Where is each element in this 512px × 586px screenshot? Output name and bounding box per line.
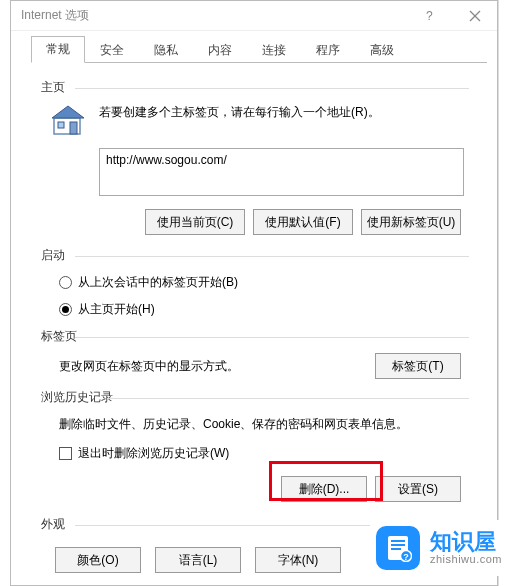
radio-last-session[interactable]: 从上次会话中的标签页开始(B) (59, 274, 469, 291)
internet-options-window: Internet 选项 ? 常规 安全 隐私 内容 连接 程序 高级 主页 (10, 0, 498, 586)
svg-text:?: ? (403, 552, 409, 562)
homepage-instruction: 若要创建多个主标签页，请在每行输入一个地址(R)。 (99, 102, 380, 140)
window-title: Internet 选项 (21, 7, 407, 24)
tab-programs[interactable]: 程序 (301, 37, 355, 63)
radio-icon (59, 303, 72, 316)
tabs-description: 更改网页在标签页中的显示方式。 (59, 358, 239, 375)
history-settings-button[interactable]: 设置(S) (375, 476, 461, 502)
watermark-name: 知识屋 (430, 531, 502, 553)
tab-connections[interactable]: 连接 (247, 37, 301, 63)
watermark-domain: zhishiwu.com (430, 553, 502, 565)
svg-rect-8 (391, 540, 405, 542)
tab-security[interactable]: 安全 (85, 37, 139, 63)
tab-content[interactable]: 内容 (193, 37, 247, 63)
checkbox-delete-on-exit[interactable]: 退出时删除浏览历史记录(W) (59, 445, 469, 462)
svg-rect-6 (70, 122, 77, 134)
section-history: 浏览历史记录 (41, 389, 469, 406)
tabstrip: 常规 安全 隐私 内容 连接 程序 高级 (31, 37, 487, 63)
section-startup: 启动 (41, 247, 469, 264)
home-icon (49, 102, 87, 140)
section-homepage: 主页 (41, 79, 469, 96)
colors-button[interactable]: 颜色(O) (55, 547, 141, 573)
radio-homepage[interactable]: 从主页开始(H) (59, 301, 469, 318)
general-panel: 主页 若要创建多个主标签页，请在每行输入一个地址(R)。 使用当前页(C) 使用… (11, 63, 497, 573)
radio-icon (59, 276, 72, 289)
checkbox-label: 退出时删除浏览历史记录(W) (78, 445, 229, 462)
use-current-button[interactable]: 使用当前页(C) (145, 209, 245, 235)
close-button[interactable] (452, 1, 497, 31)
checkbox-icon (59, 447, 72, 460)
watermark-icon: ? (376, 526, 420, 570)
help-button[interactable]: ? (407, 1, 452, 31)
use-newtab-button[interactable]: 使用新标签页(U) (361, 209, 461, 235)
titlebar: Internet 选项 ? (11, 1, 497, 31)
svg-text:?: ? (426, 10, 433, 22)
right-sliver (498, 0, 512, 586)
radio-label-last: 从上次会话中的标签页开始(B) (78, 274, 238, 291)
homepage-url-input[interactable] (99, 148, 464, 196)
watermark: ? 知识屋 zhishiwu.com (370, 520, 512, 576)
tabs-button[interactable]: 标签页(T) (375, 353, 461, 379)
svg-rect-10 (391, 548, 401, 550)
svg-marker-4 (52, 106, 84, 118)
section-tabs: 标签页 (41, 328, 469, 345)
svg-rect-9 (391, 544, 405, 546)
use-default-button[interactable]: 使用默认值(F) (253, 209, 353, 235)
delete-button[interactable]: 删除(D)... (281, 476, 367, 502)
languages-button[interactable]: 语言(L) (155, 547, 241, 573)
radio-label-home: 从主页开始(H) (78, 301, 155, 318)
tab-advanced[interactable]: 高级 (355, 37, 409, 63)
fonts-button[interactable]: 字体(N) (255, 547, 341, 573)
tab-general[interactable]: 常规 (31, 36, 85, 63)
history-description: 删除临时文件、历史记录、Cookie、保存的密码和网页表单信息。 (59, 416, 469, 433)
svg-rect-5 (58, 122, 64, 128)
tab-privacy[interactable]: 隐私 (139, 37, 193, 63)
